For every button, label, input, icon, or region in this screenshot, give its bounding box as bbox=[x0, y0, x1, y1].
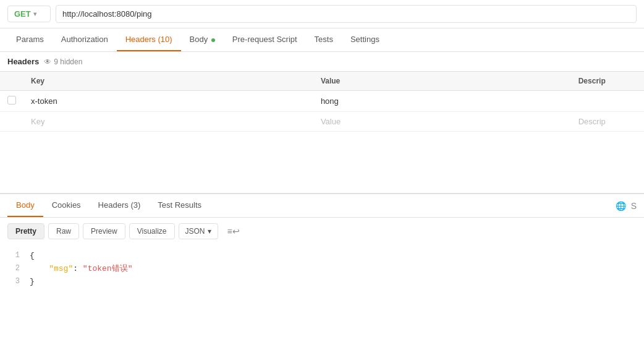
format-chevron-icon: ▾ bbox=[208, 227, 211, 236]
response-tab-body[interactable]: Body bbox=[7, 194, 43, 217]
line-num-3: 3 bbox=[7, 276, 20, 288]
tab-settings[interactable]: Settings bbox=[342, 28, 388, 51]
response-tabs: Body Cookies Headers (3) Test Results 🌐 … bbox=[0, 194, 644, 218]
table-row: x-token hong bbox=[0, 91, 644, 112]
response-headers-badge: (3) bbox=[130, 200, 140, 210]
response-tab-cookies[interactable]: Cookies bbox=[43, 194, 90, 217]
placeholder-value-cell[interactable]: Value bbox=[313, 112, 571, 132]
placeholder-row: Key Value Descrip bbox=[0, 112, 644, 132]
preview-button[interactable]: Preview bbox=[83, 223, 125, 239]
headers-table-header-row: Key Value Descrip bbox=[0, 72, 644, 91]
tab-params[interactable]: Params bbox=[7, 28, 53, 51]
placeholder-key-cell[interactable]: Key bbox=[23, 112, 313, 132]
col-check-header bbox=[0, 72, 23, 91]
placeholder-desc-cell[interactable]: Descrip bbox=[571, 112, 644, 132]
col-value-header: Value bbox=[313, 72, 571, 91]
url-input[interactable] bbox=[56, 5, 637, 23]
headers-label: Headers bbox=[7, 57, 39, 66]
response-tab-headers[interactable]: Headers (3) bbox=[90, 194, 150, 217]
request-tabs: Params Authorization Headers (10) Body P… bbox=[0, 28, 644, 52]
placeholder-key: Key bbox=[31, 117, 44, 126]
tab-headers[interactable]: Headers (10) bbox=[117, 28, 181, 51]
row-value-cell[interactable]: hong bbox=[313, 91, 571, 112]
code-line-2: 2 "msg": "token错误" bbox=[7, 263, 637, 276]
code-line-1: 1 { bbox=[7, 250, 637, 263]
body-dot-icon bbox=[211, 38, 215, 42]
tab-pre-request-script[interactable]: Pre-request Script bbox=[224, 28, 306, 51]
pretty-button[interactable]: Pretty bbox=[7, 223, 44, 239]
response-toolbar-right: 🌐 S bbox=[616, 201, 637, 211]
tab-tests[interactable]: Tests bbox=[306, 28, 342, 51]
code-content-3: } bbox=[30, 276, 637, 289]
code-content-1: { bbox=[30, 250, 637, 263]
open-brace: { bbox=[30, 251, 35, 260]
headers-table: Key Value Descrip x-token hong bbox=[0, 71, 644, 132]
empty-area bbox=[0, 132, 644, 194]
hidden-headers-badge[interactable]: 👁 9 hidden bbox=[44, 58, 82, 66]
placeholder-check-cell bbox=[0, 112, 23, 132]
row-checkbox[interactable] bbox=[7, 96, 16, 105]
method-label: GET bbox=[14, 9, 31, 19]
json-colon: : bbox=[73, 264, 78, 273]
line-num-2: 2 bbox=[7, 263, 20, 275]
eye-icon: 👁 bbox=[44, 58, 51, 66]
headers-badge: (10) bbox=[158, 35, 172, 44]
code-content-2: "msg": "token错误" bbox=[30, 263, 637, 276]
col-desc-header: Descrip bbox=[571, 72, 644, 91]
url-bar: GET ▾ bbox=[0, 0, 644, 28]
globe-icon[interactable]: 🌐 bbox=[616, 201, 626, 211]
code-line-3: 3 } bbox=[7, 276, 637, 289]
placeholder-desc: Descrip bbox=[578, 117, 606, 126]
view-controls: Pretty Raw Preview Visualize JSON ▾ ≡↩ bbox=[0, 218, 644, 245]
response-tab-test-results[interactable]: Test Results bbox=[149, 194, 210, 217]
format-label: JSON bbox=[185, 227, 205, 236]
wrap-icon: ≡↩ bbox=[227, 226, 240, 236]
raw-button[interactable]: Raw bbox=[48, 223, 79, 239]
headers-section-header: Headers 👁 9 hidden bbox=[0, 52, 644, 71]
hidden-count: 9 hidden bbox=[54, 58, 82, 66]
tab-body[interactable]: Body bbox=[181, 28, 224, 51]
row-check-cell bbox=[0, 91, 23, 112]
visualize-button[interactable]: Visualize bbox=[129, 223, 175, 239]
method-dropdown[interactable]: GET ▾ bbox=[7, 6, 51, 22]
placeholder-value: Value bbox=[321, 117, 341, 126]
method-chevron-icon: ▾ bbox=[33, 11, 36, 17]
line-num-1: 1 bbox=[7, 250, 20, 262]
format-dropdown[interactable]: JSON ▾ bbox=[179, 223, 218, 239]
response-section: Body Cookies Headers (3) Test Results 🌐 … bbox=[0, 194, 644, 293]
json-key: "msg" bbox=[49, 264, 73, 273]
code-area: 1 { 2 "msg": "token错误" 3 } bbox=[0, 245, 644, 293]
row-desc-cell[interactable] bbox=[571, 91, 644, 112]
row-key-cell[interactable]: x-token bbox=[23, 91, 313, 112]
col-key-header: Key bbox=[23, 72, 313, 91]
json-value: "token错误" bbox=[83, 264, 133, 273]
save-icon[interactable]: S bbox=[631, 201, 637, 211]
tab-authorization[interactable]: Authorization bbox=[53, 28, 117, 51]
close-brace: } bbox=[30, 277, 35, 286]
wrap-button[interactable]: ≡↩ bbox=[222, 223, 245, 240]
